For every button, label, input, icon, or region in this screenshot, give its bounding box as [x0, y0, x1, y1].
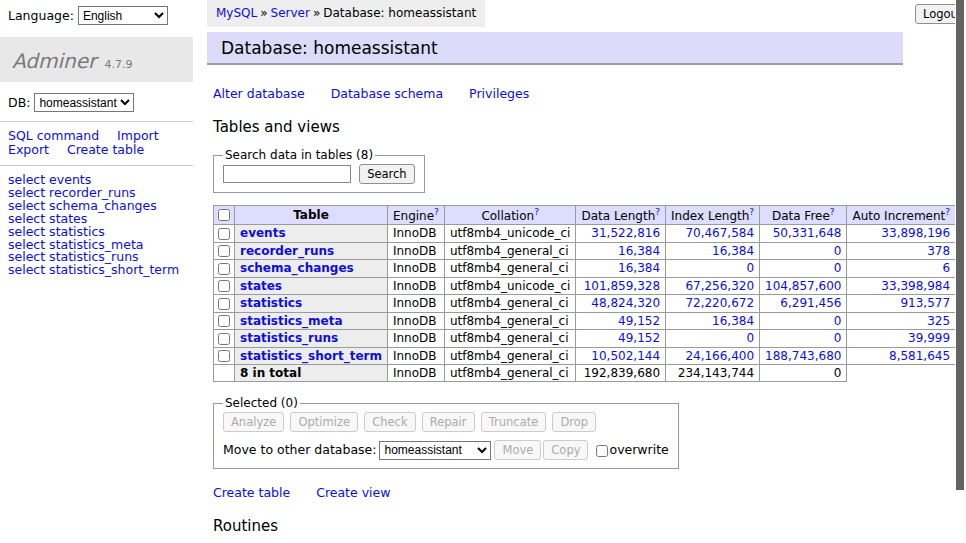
- tables-heading: Tables and views: [213, 118, 917, 136]
- row-checkbox-cell: [214, 295, 235, 313]
- row-checkbox[interactable]: [218, 298, 230, 310]
- column-label: Table: [293, 208, 329, 222]
- optimize-button[interactable]: Optimize: [290, 412, 358, 432]
- overwrite-checkbox[interactable]: [596, 445, 608, 457]
- column-label: Data Length: [581, 209, 655, 223]
- search-button[interactable]: Search: [359, 164, 415, 184]
- table-name-link[interactable]: schema_changes: [240, 261, 354, 275]
- data-length-cell[interactable]: 49,152: [576, 312, 666, 330]
- data-free-cell[interactable]: 0: [760, 330, 847, 348]
- index-length-cell[interactable]: 67,256,320: [666, 277, 760, 295]
- index-length-cell[interactable]: 16,384: [666, 312, 760, 330]
- alter-database-link[interactable]: Alter database: [213, 86, 305, 101]
- table-name-link[interactable]: statistics: [240, 296, 302, 310]
- database-schema-link[interactable]: Database schema: [331, 86, 443, 101]
- auto-increment-cell[interactable]: 8,581,645: [847, 347, 956, 365]
- auto-increment-cell[interactable]: 378: [847, 242, 956, 260]
- data-free-cell[interactable]: 6,291,456: [760, 295, 847, 313]
- table-name-link[interactable]: statistics_meta: [240, 314, 343, 328]
- data-free-cell[interactable]: 0: [760, 260, 847, 278]
- sql-command-link[interactable]: SQL command: [8, 128, 99, 143]
- data-free-cell[interactable]: 50,331,648: [760, 225, 847, 243]
- row-checkbox[interactable]: [218, 333, 230, 345]
- copy-button[interactable]: Copy: [543, 440, 588, 460]
- data-length-cell[interactable]: 48,824,320: [576, 295, 666, 313]
- search-input[interactable]: [223, 165, 351, 183]
- data-free-cell[interactable]: 0: [760, 242, 847, 260]
- index-length-cell[interactable]: 72,220,672: [666, 295, 760, 313]
- index-length-cell[interactable]: 24,166,400: [666, 347, 760, 365]
- language-select[interactable]: English: [78, 6, 168, 25]
- data-length-cell[interactable]: 10,502,144: [576, 347, 666, 365]
- scrollbar-thumb[interactable]: [956, 0, 964, 490]
- breadcrumb: MySQL»Server»Database: homeassistant: [207, 0, 485, 27]
- index-length-cell[interactable]: 0: [666, 260, 760, 278]
- auto-increment-cell[interactable]: 6: [847, 260, 956, 278]
- row-checkbox[interactable]: [218, 245, 230, 257]
- analyze-button[interactable]: Analyze: [223, 412, 284, 432]
- data-length-cell[interactable]: 49,152: [576, 330, 666, 348]
- table-name-link[interactable]: recorder_runs: [240, 244, 334, 258]
- auto-increment-cell[interactable]: 33,398,984: [847, 277, 956, 295]
- column-help-link[interactable]: ?: [749, 207, 754, 217]
- import-link[interactable]: Import: [117, 128, 159, 143]
- collation-cell: utf8mb4_general_ci: [444, 347, 576, 365]
- privileges-link[interactable]: Privileges: [469, 86, 529, 101]
- index-length-cell[interactable]: 70,467,584: [666, 225, 760, 243]
- auto-increment-cell[interactable]: 913,577: [847, 295, 956, 313]
- check-button[interactable]: Check: [364, 412, 415, 432]
- row-checkbox[interactable]: [218, 350, 230, 362]
- engine-cell: InnoDB: [387, 225, 444, 243]
- auto-increment-cell[interactable]: 33,898,196: [847, 225, 956, 243]
- table-name-link[interactable]: statistics_short_term: [240, 349, 382, 363]
- row-checkbox-cell: [214, 312, 235, 330]
- selected-buttons-row: Analyze Optimize Check Repair Truncate D…: [223, 412, 669, 432]
- create-table-link[interactable]: Create table: [213, 485, 290, 500]
- data-free-cell[interactable]: 104,857,600: [760, 277, 847, 295]
- routines-heading: Routines: [213, 517, 917, 535]
- table-name-link[interactable]: states: [240, 279, 282, 293]
- move-database-select[interactable]: homeassistant: [379, 441, 491, 460]
- create-table-link-sidebar[interactable]: Create table: [67, 142, 144, 157]
- select-all-cell: [214, 206, 235, 225]
- page-title: Database: homeassistant: [207, 32, 903, 65]
- column-help-link[interactable]: ?: [434, 207, 439, 217]
- move-button[interactable]: Move: [494, 440, 541, 460]
- export-link[interactable]: Export: [8, 142, 49, 157]
- column-help-link[interactable]: ?: [655, 207, 660, 217]
- truncate-button[interactable]: Truncate: [481, 412, 547, 432]
- row-checkbox[interactable]: [218, 315, 230, 327]
- index-length-cell[interactable]: 0: [666, 330, 760, 348]
- total-collation-cell: utf8mb4_general_ci: [444, 365, 576, 382]
- row-checkbox[interactable]: [218, 280, 230, 292]
- column-help-link[interactable]: ?: [945, 207, 950, 217]
- data-length-cell[interactable]: 16,384: [576, 242, 666, 260]
- drop-button[interactable]: Drop: [552, 412, 596, 432]
- auto-increment-cell[interactable]: 39,999: [847, 330, 956, 348]
- breadcrumb-mysql-link[interactable]: MySQL: [216, 6, 257, 20]
- table-total-row: 8 in totalInnoDButf8mb4_general_ci192,83…: [214, 365, 966, 382]
- select-all-checkbox[interactable]: [218, 209, 230, 221]
- repair-button[interactable]: Repair: [422, 412, 475, 432]
- data-free-cell[interactable]: 0: [760, 312, 847, 330]
- data-length-cell[interactable]: 16,384: [576, 260, 666, 278]
- sidebar-select-link[interactable]: select statistics_short_term: [8, 264, 193, 277]
- db-select[interactable]: homeassistant: [34, 93, 134, 112]
- row-checkbox-cell: [214, 225, 235, 243]
- data-free-cell[interactable]: 188,743,680: [760, 347, 847, 365]
- scrollbar-track[interactable]: [955, 0, 966, 543]
- column-help-link[interactable]: ?: [830, 207, 835, 217]
- engine-cell: InnoDB: [387, 347, 444, 365]
- column-help-link[interactable]: ?: [534, 207, 539, 217]
- row-checkbox[interactable]: [218, 263, 230, 275]
- create-view-link[interactable]: Create view: [316, 485, 390, 500]
- data-length-cell[interactable]: 31,522,816: [576, 225, 666, 243]
- table-name-link[interactable]: statistics_runs: [240, 331, 338, 345]
- index-length-cell[interactable]: 16,384: [666, 242, 760, 260]
- breadcrumb-server-link[interactable]: Server: [271, 6, 310, 20]
- row-checkbox[interactable]: [218, 228, 230, 240]
- auto-increment-cell[interactable]: 325: [847, 312, 956, 330]
- data-length-cell[interactable]: 101,859,328: [576, 277, 666, 295]
- selected-legend: Selected (0): [223, 396, 300, 410]
- table-name-link[interactable]: events: [240, 226, 286, 240]
